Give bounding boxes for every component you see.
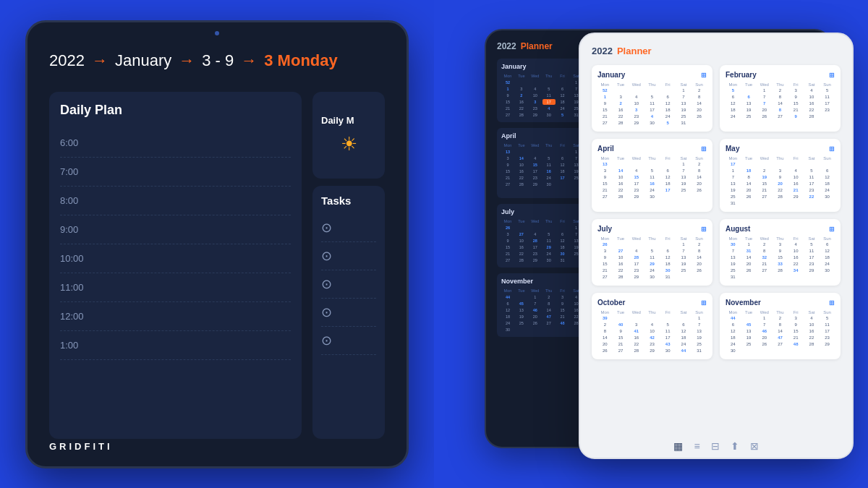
task-item-2[interactable]: ⊙ xyxy=(321,242,376,270)
breadcrumb-month: January xyxy=(115,51,171,70)
tablet-front: 2022 Planner January ⊞ MonTueWedThuFriSa… xyxy=(579,33,854,459)
month-may-light: May ⊞ MonTueWedThuFriSatSun 171 18234567… xyxy=(720,139,841,212)
share-icon-front[interactable]: ⬆ xyxy=(731,440,739,452)
left-panel: 2022 → January → 3 - 9 → 3 Monday Daily … xyxy=(0,0,434,488)
right-sidebar: Daily M ☀ Tasks ⊙ ⊙ ⊙ ⊙ ⊙ xyxy=(312,92,385,439)
month-november-light: November ⊞ MonTueWedThuFriSatSun 4412345… xyxy=(720,293,841,359)
month-april-light: April ⊞ MonTueWedThuFriSatSun 13123 1445… xyxy=(592,139,712,212)
task-item-5[interactable]: ⊙ xyxy=(321,327,376,355)
daily-plan-panel: Daily Plan 6:00 7:00 8:00 9:00 10:00 xyxy=(49,92,302,439)
month-october-light: October ⊞ MonTueWedThuFriSatSun 3912 403… xyxy=(592,293,712,359)
february-light-icon[interactable]: ⊞ xyxy=(829,72,835,79)
light-tablet-title: 2022 Planner xyxy=(592,46,841,56)
august-light-icon[interactable]: ⊞ xyxy=(829,226,835,233)
april-light-icon[interactable]: ⊞ xyxy=(701,145,707,153)
time-700: 7:00 xyxy=(60,166,93,177)
time-row-1200: 12:00 xyxy=(60,302,291,331)
time-1100: 11:00 xyxy=(60,282,93,293)
month-july-light: July ⊞ MonTueWedThuFriSatSun 26123 27456… xyxy=(592,219,712,286)
month-august-light: August ⊞ MonTueWedThuFriSatSun 301234567… xyxy=(720,219,841,286)
time-row-1000: 10:00 xyxy=(60,244,291,273)
dark-year: 2022 xyxy=(497,41,516,51)
breadcrumb: 2022 → January → 3 - 9 → 3 Monday xyxy=(49,51,385,70)
time-row-900: 9:00 xyxy=(60,215,291,244)
july-light-icon[interactable]: ⊞ xyxy=(701,226,707,233)
january-light-icon[interactable]: ⊞ xyxy=(701,72,707,79)
month-february-light: February ⊞ MonTueWedThuFriSatSun 5123456… xyxy=(720,65,841,132)
task-item-3[interactable]: ⊙ xyxy=(321,270,376,299)
breadcrumb-arrow2: → xyxy=(179,51,195,70)
calendar-icon-front[interactable]: ▦ xyxy=(673,440,683,452)
daily-mood-panel: Daily M ☀ xyxy=(312,92,385,179)
breadcrumb-active: 3 Monday xyxy=(264,51,337,70)
time-1000: 10:00 xyxy=(60,253,93,264)
time-row-600: 6:00 xyxy=(60,129,291,158)
may-light-icon[interactable]: ⊞ xyxy=(829,145,835,153)
time-1200: 12:00 xyxy=(60,311,93,322)
light-planner-label: Planner xyxy=(617,46,652,56)
october-light-icon[interactable]: ⊞ xyxy=(701,299,707,307)
dark-planner-label: Planner xyxy=(521,41,553,51)
month-january-light: January ⊞ MonTueWedThuFriSatSun 5212 134… xyxy=(592,65,712,132)
gridfiti-logo: GRIDFITI xyxy=(49,441,113,452)
november-light-icon[interactable]: ⊞ xyxy=(829,299,835,307)
time-row-800: 8:00 xyxy=(60,187,291,215)
daily-mood-title: Daily M xyxy=(321,115,354,126)
time-900: 9:00 xyxy=(60,224,93,235)
time-row-700: 7:00 xyxy=(60,158,291,187)
tasks-panel: Tasks ⊙ ⊙ ⊙ ⊙ ⊙ xyxy=(312,186,385,439)
breadcrumb-arrow1: → xyxy=(92,51,108,70)
trash-icon-front[interactable]: ⊠ xyxy=(750,440,759,452)
sun-icon: ☀ xyxy=(341,133,357,155)
time-100: 1:00 xyxy=(60,340,93,351)
tasks-title: Tasks xyxy=(321,194,376,207)
light-months-grid: January ⊞ MonTueWedThuFriSatSun 5212 134… xyxy=(592,65,841,359)
list-icon-front[interactable]: ≡ xyxy=(694,440,699,452)
tablet-left: 2022 → January → 3 - 9 → 3 Monday Daily … xyxy=(25,20,409,468)
breadcrumb-year: 2022 xyxy=(49,51,85,70)
task-item-1[interactable]: ⊙ xyxy=(321,214,376,242)
daily-plan-title: Daily Plan xyxy=(60,103,291,118)
light-year: 2022 xyxy=(592,46,613,56)
breadcrumb-week: 3 - 9 xyxy=(202,51,234,70)
time-800: 8:00 xyxy=(60,195,93,206)
grid-icon-front[interactable]: ⊟ xyxy=(711,440,720,452)
time-600: 6:00 xyxy=(60,137,93,148)
breadcrumb-arrow3: → xyxy=(241,51,257,70)
task-item-4[interactable]: ⊙ xyxy=(321,299,376,327)
time-row-1100: 11:00 xyxy=(60,273,291,302)
front-toolbar: ▦ ≡ ⊟ ⬆ ⊠ xyxy=(580,440,852,452)
right-panel: 2022 Planner January ⊞ MonTueWedThuFriSa… xyxy=(434,0,868,488)
time-row-100: 1:00 xyxy=(60,331,291,360)
